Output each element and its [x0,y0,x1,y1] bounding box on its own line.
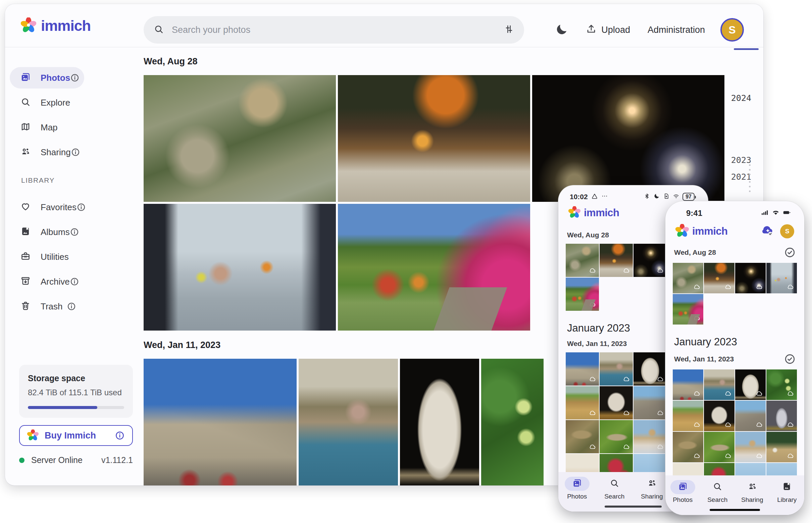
info-icon[interactable] [70,227,79,237]
photo-zoo-monkeys[interactable] [144,75,336,202]
photo-autumn-dinner[interactable] [704,263,735,293]
timeline-year-2021[interactable]: 2021 [731,172,751,182]
map-icon [20,122,31,133]
sidebar-item-sharing[interactable]: Sharing [10,142,84,163]
sidebar-item-favorites[interactable]: Favorites [10,196,84,218]
photo-zoo-monkeys[interactable] [566,244,599,277]
photo-winter-church[interactable] [735,432,766,462]
cloud-backup-icon [756,452,763,459]
sidebar-item-photos[interactable]: Photos [10,67,84,89]
immich-flower-icon [568,206,581,220]
date-label: Wed, Aug 28 [674,249,716,256]
nav-item-photos[interactable]: Photos [558,472,596,511]
timeline-year-2024[interactable]: 2024 [731,93,751,103]
photo-park-path[interactable] [338,204,530,330]
photo-winter-church[interactable] [634,420,667,453]
sidebar-item-map[interactable]: Map [10,117,84,138]
photo-beach-cliff[interactable] [566,386,599,419]
info-icon[interactable] [115,431,125,440]
timeline-year-2023[interactable]: 2023 [731,155,751,165]
photo-lizard-green[interactable] [600,420,633,453]
photo-park-path[interactable] [566,277,599,311]
brand-wordmark: immich [41,17,91,34]
sidebar-item-explore[interactable]: Explore [10,92,84,113]
photo-park-path[interactable] [673,294,703,325]
info-icon[interactable] [67,302,76,311]
cloud-backup-icon [589,409,596,417]
photo-coastal-town[interactable] [704,369,735,400]
photo-autumn-dinner[interactable] [338,75,530,202]
sidebar: PhotosExploreMapSharing LIBRARY Favorite… [5,47,89,485]
photo-plane-sky[interactable] [634,454,667,474]
photo-fortress[interactable] [144,359,297,485]
user-avatar[interactable]: S [780,224,794,238]
topbar: immich Upload Administration S [5,4,763,47]
photo-lizard-brown[interactable] [566,420,599,453]
info-icon[interactable] [70,73,80,83]
photo-autumn-dinner[interactable] [600,244,633,277]
search-bar[interactable] [144,16,524,43]
info-icon[interactable] [71,147,80,157]
cloud-backup-icon [623,443,630,451]
phone-photo-grid [666,263,804,325]
photo-lizard-brown[interactable] [673,432,703,462]
cloud-sync-icon[interactable] [760,223,775,239]
storage-card: Storage space 82.4 TiB of 115.1 TiB used [19,365,133,418]
nav-item-library[interactable]: Library [770,475,805,515]
photo-fireworks[interactable] [532,75,724,202]
photo-holding-hands[interactable] [766,263,797,293]
photo-beach-cliff[interactable] [673,401,703,431]
photo-castle-ruins[interactable] [634,386,667,419]
search-icon [154,24,164,36]
photo-coastal-town[interactable] [299,359,398,485]
cloud-backup-icon [787,421,794,429]
sidebar-item-albums[interactable]: Albums [10,221,84,243]
photo-fortress[interactable] [566,353,599,385]
photo-green-berries[interactable] [481,359,543,485]
photo-silver-trophy[interactable] [766,401,797,431]
select-all-check-icon[interactable] [784,247,796,258]
photo-lizard-green[interactable] [704,432,735,462]
photo-white-sculpture[interactable] [600,386,633,419]
cloud-backup-icon [756,283,763,291]
photo-fireworks[interactable] [634,244,667,277]
photo-fortress[interactable] [673,369,703,400]
upload-button[interactable]: Upload [584,23,632,37]
filter-sliders-icon[interactable] [504,24,514,36]
user-avatar[interactable]: S [720,18,744,41]
sidebar-item-archive[interactable]: Archive [10,271,84,292]
topbar-actions: Upload Administration S [555,16,744,43]
buy-immich-button[interactable]: Buy Immich [19,425,133,446]
photo-marble-bust[interactable] [400,359,479,485]
photo-coastal-town[interactable] [600,353,633,385]
home-indicator[interactable] [605,506,662,508]
nav-item-photos[interactable]: Photos [666,475,700,515]
theme-toggle-button[interactable] [555,23,568,37]
info-icon[interactable] [70,277,79,286]
home-indicator[interactable] [710,509,760,511]
photo-white-sculpture[interactable] [704,401,735,431]
photo-holding-hands[interactable] [144,204,336,330]
sidebar-item-trash[interactable]: Trash [10,296,84,317]
photo-castle-ruins[interactable] [735,401,766,431]
sidebar-item-utilities[interactable]: Utilities [10,246,84,268]
photos-icon [678,482,688,492]
brand-wordmark: immich [584,207,619,219]
photo-zoo-monkeys[interactable] [673,263,703,293]
select-all-check-icon[interactable] [784,353,796,365]
buy-immich-label: Buy Immich [45,431,96,441]
photo-marble-bust[interactable] [735,369,766,400]
photo-green-berries[interactable] [766,369,797,400]
photo-red-flowers[interactable] [600,454,633,474]
info-icon[interactable] [76,202,86,212]
server-online-dot [19,458,24,463]
photo-marble-bust[interactable] [634,353,667,385]
photo-fireworks[interactable] [735,263,766,293]
phone-body: Wed, Aug 28January 2023Wed, Jan 11, 2023 [666,241,804,515]
photo-sand[interactable] [566,454,599,474]
search-input[interactable] [171,24,497,36]
administration-link[interactable]: Administration [647,25,705,35]
cloud-backup-icon [693,314,701,322]
timeline-current-indicator [734,48,759,50]
photo-mountain-village[interactable] [766,432,797,462]
